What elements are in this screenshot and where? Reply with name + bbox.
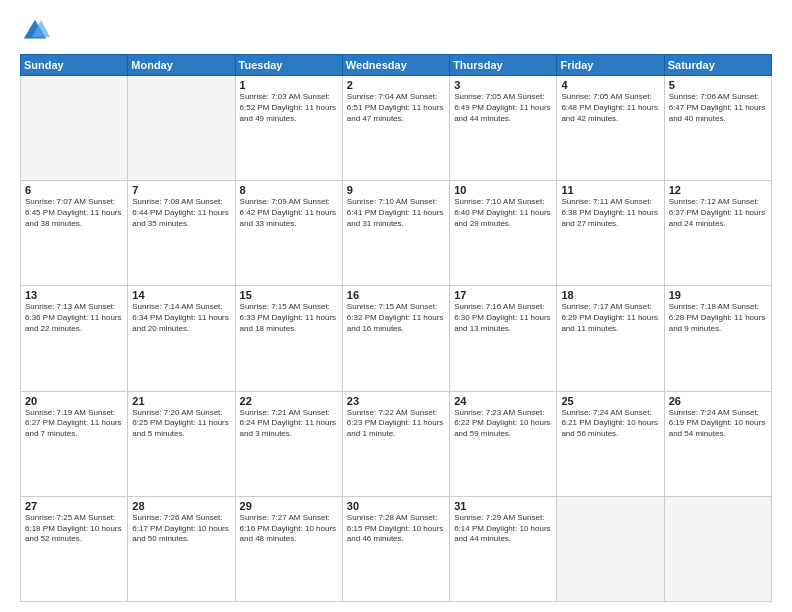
- day-number: 21: [132, 395, 230, 407]
- day-number: 12: [669, 184, 767, 196]
- day-info: Sunrise: 7:29 AM Sunset: 6:14 PM Dayligh…: [454, 513, 552, 545]
- day-info: Sunrise: 7:21 AM Sunset: 6:24 PM Dayligh…: [240, 408, 338, 440]
- day-number: 1: [240, 79, 338, 91]
- day-info: Sunrise: 7:10 AM Sunset: 6:40 PM Dayligh…: [454, 197, 552, 229]
- calendar-cell: 11Sunrise: 7:11 AM Sunset: 6:38 PM Dayli…: [557, 181, 664, 286]
- calendar-week-5: 27Sunrise: 7:25 AM Sunset: 6:18 PM Dayli…: [21, 496, 772, 601]
- calendar-header-sunday: Sunday: [21, 55, 128, 76]
- calendar-cell: 24Sunrise: 7:23 AM Sunset: 6:22 PM Dayli…: [450, 391, 557, 496]
- day-number: 4: [561, 79, 659, 91]
- day-info: Sunrise: 7:27 AM Sunset: 6:16 PM Dayligh…: [240, 513, 338, 545]
- day-number: 16: [347, 289, 445, 301]
- day-number: 19: [669, 289, 767, 301]
- calendar-cell: 22Sunrise: 7:21 AM Sunset: 6:24 PM Dayli…: [235, 391, 342, 496]
- day-number: 13: [25, 289, 123, 301]
- calendar-cell: 28Sunrise: 7:26 AM Sunset: 6:17 PM Dayli…: [128, 496, 235, 601]
- calendar-cell: 26Sunrise: 7:24 AM Sunset: 6:19 PM Dayli…: [664, 391, 771, 496]
- calendar-cell: 7Sunrise: 7:08 AM Sunset: 6:44 PM Daylig…: [128, 181, 235, 286]
- day-info: Sunrise: 7:17 AM Sunset: 6:29 PM Dayligh…: [561, 302, 659, 334]
- day-info: Sunrise: 7:05 AM Sunset: 6:48 PM Dayligh…: [561, 92, 659, 124]
- day-number: 23: [347, 395, 445, 407]
- calendar-header-row: SundayMondayTuesdayWednesdayThursdayFrid…: [21, 55, 772, 76]
- calendar-cell: [21, 76, 128, 181]
- calendar-header-tuesday: Tuesday: [235, 55, 342, 76]
- calendar-cell: 2Sunrise: 7:04 AM Sunset: 6:51 PM Daylig…: [342, 76, 449, 181]
- calendar-cell: 16Sunrise: 7:15 AM Sunset: 6:32 PM Dayli…: [342, 286, 449, 391]
- day-number: 29: [240, 500, 338, 512]
- day-info: Sunrise: 7:05 AM Sunset: 6:49 PM Dayligh…: [454, 92, 552, 124]
- calendar-cell: 6Sunrise: 7:07 AM Sunset: 6:45 PM Daylig…: [21, 181, 128, 286]
- calendar-cell: 23Sunrise: 7:22 AM Sunset: 6:23 PM Dayli…: [342, 391, 449, 496]
- day-number: 11: [561, 184, 659, 196]
- calendar-cell: 5Sunrise: 7:06 AM Sunset: 6:47 PM Daylig…: [664, 76, 771, 181]
- day-info: Sunrise: 7:06 AM Sunset: 6:47 PM Dayligh…: [669, 92, 767, 124]
- day-info: Sunrise: 7:28 AM Sunset: 6:15 PM Dayligh…: [347, 513, 445, 545]
- day-number: 25: [561, 395, 659, 407]
- day-info: Sunrise: 7:13 AM Sunset: 6:36 PM Dayligh…: [25, 302, 123, 334]
- header: [20, 16, 772, 46]
- day-info: Sunrise: 7:25 AM Sunset: 6:18 PM Dayligh…: [25, 513, 123, 545]
- day-info: Sunrise: 7:11 AM Sunset: 6:38 PM Dayligh…: [561, 197, 659, 229]
- calendar-cell: 19Sunrise: 7:18 AM Sunset: 6:28 PM Dayli…: [664, 286, 771, 391]
- day-number: 5: [669, 79, 767, 91]
- calendar-cell: 18Sunrise: 7:17 AM Sunset: 6:29 PM Dayli…: [557, 286, 664, 391]
- day-info: Sunrise: 7:19 AM Sunset: 6:27 PM Dayligh…: [25, 408, 123, 440]
- day-number: 30: [347, 500, 445, 512]
- day-number: 24: [454, 395, 552, 407]
- calendar-cell: 13Sunrise: 7:13 AM Sunset: 6:36 PM Dayli…: [21, 286, 128, 391]
- day-number: 28: [132, 500, 230, 512]
- day-info: Sunrise: 7:07 AM Sunset: 6:45 PM Dayligh…: [25, 197, 123, 229]
- calendar-header-thursday: Thursday: [450, 55, 557, 76]
- day-number: 18: [561, 289, 659, 301]
- day-info: Sunrise: 7:22 AM Sunset: 6:23 PM Dayligh…: [347, 408, 445, 440]
- calendar-cell: 10Sunrise: 7:10 AM Sunset: 6:40 PM Dayli…: [450, 181, 557, 286]
- calendar-table: SundayMondayTuesdayWednesdayThursdayFrid…: [20, 54, 772, 602]
- day-info: Sunrise: 7:15 AM Sunset: 6:32 PM Dayligh…: [347, 302, 445, 334]
- day-number: 6: [25, 184, 123, 196]
- calendar-cell: 1Sunrise: 7:03 AM Sunset: 6:52 PM Daylig…: [235, 76, 342, 181]
- calendar-header-wednesday: Wednesday: [342, 55, 449, 76]
- day-number: 8: [240, 184, 338, 196]
- calendar-cell: [664, 496, 771, 601]
- day-info: Sunrise: 7:03 AM Sunset: 6:52 PM Dayligh…: [240, 92, 338, 124]
- day-number: 15: [240, 289, 338, 301]
- day-info: Sunrise: 7:12 AM Sunset: 6:37 PM Dayligh…: [669, 197, 767, 229]
- day-info: Sunrise: 7:18 AM Sunset: 6:28 PM Dayligh…: [669, 302, 767, 334]
- day-info: Sunrise: 7:09 AM Sunset: 6:42 PM Dayligh…: [240, 197, 338, 229]
- logo: [20, 16, 54, 46]
- day-info: Sunrise: 7:20 AM Sunset: 6:25 PM Dayligh…: [132, 408, 230, 440]
- day-info: Sunrise: 7:08 AM Sunset: 6:44 PM Dayligh…: [132, 197, 230, 229]
- day-number: 7: [132, 184, 230, 196]
- calendar-cell: 25Sunrise: 7:24 AM Sunset: 6:21 PM Dayli…: [557, 391, 664, 496]
- day-info: Sunrise: 7:23 AM Sunset: 6:22 PM Dayligh…: [454, 408, 552, 440]
- calendar-cell: 17Sunrise: 7:16 AM Sunset: 6:30 PM Dayli…: [450, 286, 557, 391]
- day-number: 2: [347, 79, 445, 91]
- day-info: Sunrise: 7:04 AM Sunset: 6:51 PM Dayligh…: [347, 92, 445, 124]
- calendar-cell: [128, 76, 235, 181]
- calendar-cell: 15Sunrise: 7:15 AM Sunset: 6:33 PM Dayli…: [235, 286, 342, 391]
- day-number: 9: [347, 184, 445, 196]
- calendar-cell: 30Sunrise: 7:28 AM Sunset: 6:15 PM Dayli…: [342, 496, 449, 601]
- calendar-cell: 27Sunrise: 7:25 AM Sunset: 6:18 PM Dayli…: [21, 496, 128, 601]
- day-info: Sunrise: 7:16 AM Sunset: 6:30 PM Dayligh…: [454, 302, 552, 334]
- calendar-cell: 9Sunrise: 7:10 AM Sunset: 6:41 PM Daylig…: [342, 181, 449, 286]
- calendar-cell: 31Sunrise: 7:29 AM Sunset: 6:14 PM Dayli…: [450, 496, 557, 601]
- day-info: Sunrise: 7:26 AM Sunset: 6:17 PM Dayligh…: [132, 513, 230, 545]
- calendar-week-2: 6Sunrise: 7:07 AM Sunset: 6:45 PM Daylig…: [21, 181, 772, 286]
- logo-icon: [20, 16, 50, 46]
- calendar-cell: [557, 496, 664, 601]
- page: SundayMondayTuesdayWednesdayThursdayFrid…: [0, 0, 792, 612]
- day-info: Sunrise: 7:10 AM Sunset: 6:41 PM Dayligh…: [347, 197, 445, 229]
- calendar-cell: 14Sunrise: 7:14 AM Sunset: 6:34 PM Dayli…: [128, 286, 235, 391]
- day-number: 26: [669, 395, 767, 407]
- day-info: Sunrise: 7:24 AM Sunset: 6:21 PM Dayligh…: [561, 408, 659, 440]
- calendar-header-monday: Monday: [128, 55, 235, 76]
- calendar-week-3: 13Sunrise: 7:13 AM Sunset: 6:36 PM Dayli…: [21, 286, 772, 391]
- day-info: Sunrise: 7:24 AM Sunset: 6:19 PM Dayligh…: [669, 408, 767, 440]
- calendar-cell: 29Sunrise: 7:27 AM Sunset: 6:16 PM Dayli…: [235, 496, 342, 601]
- calendar-cell: 3Sunrise: 7:05 AM Sunset: 6:49 PM Daylig…: [450, 76, 557, 181]
- calendar-cell: 4Sunrise: 7:05 AM Sunset: 6:48 PM Daylig…: [557, 76, 664, 181]
- day-number: 17: [454, 289, 552, 301]
- day-number: 27: [25, 500, 123, 512]
- day-number: 10: [454, 184, 552, 196]
